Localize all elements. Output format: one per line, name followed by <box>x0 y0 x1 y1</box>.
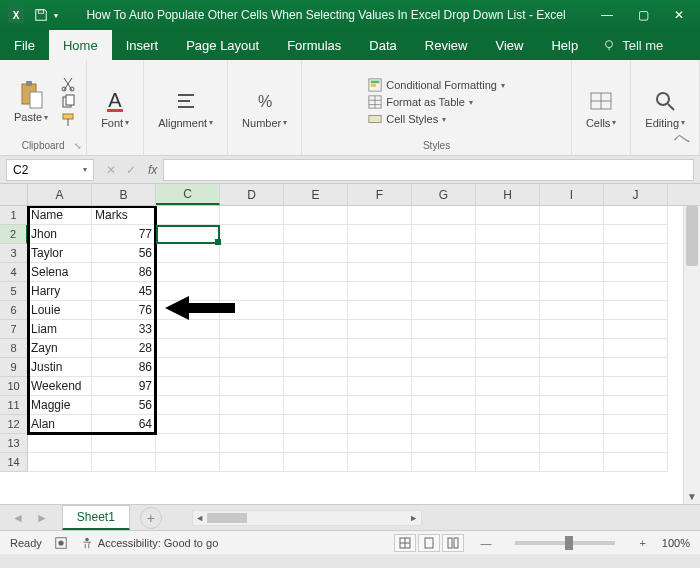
cell[interactable] <box>284 263 348 282</box>
maximize-button[interactable]: ▢ <box>630 8 656 22</box>
hscroll-right-icon[interactable]: ► <box>407 511 421 525</box>
tab-data[interactable]: Data <box>355 30 410 60</box>
cell[interactable] <box>604 377 668 396</box>
cell[interactable] <box>284 206 348 225</box>
zoom-thumb[interactable] <box>565 536 573 550</box>
sheet-nav-prev-icon[interactable]: ◄ <box>6 511 30 525</box>
cell[interactable] <box>220 453 284 472</box>
cell[interactable] <box>284 339 348 358</box>
name-box[interactable]: C2 ▾ <box>6 159 94 181</box>
cell[interactable] <box>412 225 476 244</box>
cell[interactable] <box>476 377 540 396</box>
cell[interactable] <box>476 301 540 320</box>
col-header-E[interactable]: E <box>284 184 348 205</box>
cell[interactable] <box>284 225 348 244</box>
cell[interactable]: 64 <box>92 415 156 434</box>
cell[interactable] <box>540 206 604 225</box>
tab-insert[interactable]: Insert <box>112 30 173 60</box>
cell[interactable] <box>220 415 284 434</box>
cell[interactable] <box>476 244 540 263</box>
cell[interactable] <box>476 263 540 282</box>
zoom-slider[interactable] <box>515 541 615 545</box>
cell[interactable] <box>412 358 476 377</box>
cell[interactable]: 45 <box>92 282 156 301</box>
cell[interactable] <box>604 358 668 377</box>
cell[interactable] <box>540 415 604 434</box>
cell[interactable] <box>284 453 348 472</box>
col-header-C[interactable]: C <box>156 184 220 205</box>
cell[interactable] <box>92 453 156 472</box>
cell[interactable] <box>604 415 668 434</box>
row-header[interactable]: 3 <box>0 244 28 263</box>
cell[interactable] <box>604 320 668 339</box>
cell[interactable] <box>156 377 220 396</box>
add-sheet-button[interactable]: + <box>140 507 162 529</box>
cell[interactable] <box>476 339 540 358</box>
cell[interactable] <box>604 339 668 358</box>
cell[interactable]: Taylor <box>28 244 92 263</box>
col-header-A[interactable]: A <box>28 184 92 205</box>
row-header[interactable]: 13 <box>0 434 28 453</box>
cell[interactable] <box>604 301 668 320</box>
cell[interactable]: Justin <box>28 358 92 377</box>
cell[interactable] <box>476 206 540 225</box>
row-header[interactable]: 5 <box>0 282 28 301</box>
minimize-button[interactable]: — <box>594 8 620 22</box>
cell[interactable] <box>540 453 604 472</box>
row-header[interactable]: 14 <box>0 453 28 472</box>
select-all-corner[interactable] <box>0 184 28 205</box>
cell[interactable] <box>220 263 284 282</box>
cell[interactable] <box>220 225 284 244</box>
cell[interactable]: Jhon <box>28 225 92 244</box>
cell[interactable] <box>604 244 668 263</box>
cell[interactable]: Harry <box>28 282 92 301</box>
cell[interactable] <box>412 282 476 301</box>
tab-page-layout[interactable]: Page Layout <box>172 30 273 60</box>
row-header[interactable]: 8 <box>0 339 28 358</box>
name-box-dropdown-icon[interactable]: ▾ <box>83 165 87 174</box>
view-page-break-button[interactable] <box>442 534 464 552</box>
cell[interactable] <box>156 244 220 263</box>
fx-icon[interactable]: fx <box>148 163 157 177</box>
cell[interactable] <box>348 206 412 225</box>
cell[interactable] <box>348 453 412 472</box>
cell[interactable]: 97 <box>92 377 156 396</box>
cell[interactable] <box>412 244 476 263</box>
cell[interactable] <box>220 358 284 377</box>
cell[interactable]: 77 <box>92 225 156 244</box>
row-header[interactable]: 1 <box>0 206 28 225</box>
row-header[interactable]: 2 <box>0 225 28 244</box>
cancel-formula-icon[interactable]: ✕ <box>106 163 116 177</box>
cell[interactable] <box>540 339 604 358</box>
cell-styles-button[interactable]: Cell Styles▾ <box>368 112 505 126</box>
cell[interactable] <box>540 358 604 377</box>
cell[interactable] <box>348 263 412 282</box>
cell[interactable]: Zayn <box>28 339 92 358</box>
cell[interactable]: 56 <box>92 244 156 263</box>
tell-me[interactable]: Tell me <box>592 30 673 60</box>
editing-button[interactable]: Editing▾ <box>641 85 689 131</box>
clipboard-launcher-icon[interactable]: ⤡ <box>74 141 82 151</box>
cell[interactable] <box>284 434 348 453</box>
tab-home[interactable]: Home <box>49 30 112 60</box>
cell[interactable] <box>412 301 476 320</box>
cell[interactable] <box>604 263 668 282</box>
cell[interactable] <box>348 358 412 377</box>
row-header[interactable]: 10 <box>0 377 28 396</box>
cell[interactable] <box>412 320 476 339</box>
cell[interactable] <box>604 434 668 453</box>
cell[interactable] <box>348 301 412 320</box>
cell[interactable]: 76 <box>92 301 156 320</box>
cell[interactable] <box>348 415 412 434</box>
collapse-ribbon-icon[interactable]: へ <box>674 128 690 149</box>
col-header-D[interactable]: D <box>220 184 284 205</box>
cells-button[interactable]: Cells▾ <box>582 85 620 131</box>
alignment-button[interactable]: Alignment▾ <box>154 85 217 131</box>
cell[interactable] <box>540 282 604 301</box>
cell[interactable] <box>540 377 604 396</box>
cell[interactable] <box>156 263 220 282</box>
cell[interactable] <box>156 225 220 244</box>
cell[interactable]: Weekend <box>28 377 92 396</box>
cell[interactable] <box>540 396 604 415</box>
row-header[interactable]: 4 <box>0 263 28 282</box>
